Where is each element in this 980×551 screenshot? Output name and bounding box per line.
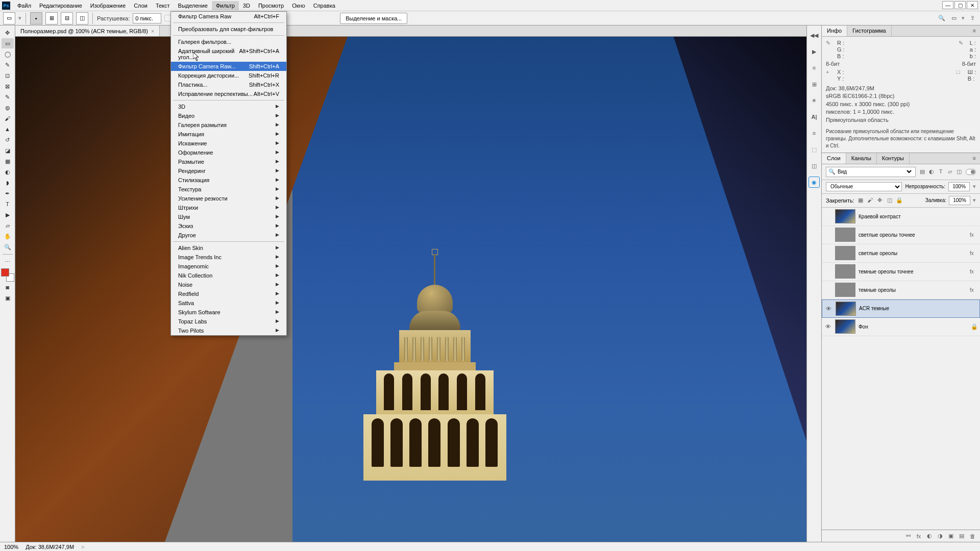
fx-icon[interactable]: fx	[970, 269, 978, 274]
menu-3d[interactable]: 3D	[239, 1, 254, 10]
layer-row[interactable]: темные ореолы точнееfx	[822, 263, 980, 281]
layer-mask-icon[interactable]: ◐	[926, 533, 933, 539]
eraser-tool[interactable]: ◪	[2, 145, 14, 156]
shape-tool[interactable]: ▱	[2, 220, 14, 231]
new-layer-icon[interactable]: ▤	[958, 533, 965, 539]
link-layers-icon[interactable]: ⚯	[904, 533, 912, 539]
crop-tool[interactable]: ⊡	[2, 70, 14, 81]
canvas[interactable]	[15, 37, 806, 542]
menu-item[interactable]: Шум▶	[171, 212, 286, 221]
healing-tool[interactable]: ◍	[2, 103, 14, 113]
visibility-icon[interactable]: 👁	[824, 323, 832, 330]
actions-panel-icon[interactable]: ≡	[808, 62, 820, 73]
panel-menu-icon[interactable]: ≡	[969, 153, 980, 164]
menu-окно[interactable]: Окно	[288, 1, 309, 10]
hand-tool[interactable]: ✋	[2, 231, 14, 241]
dock-expand-icon[interactable]: ◀◀	[808, 30, 820, 41]
select-and-mask-button[interactable]: Выделение и маска...	[340, 13, 407, 24]
libraries-panel-icon[interactable]: ◫	[808, 160, 820, 171]
lock-artboard-icon[interactable]: ◫	[886, 197, 893, 204]
marquee-add-icon[interactable]: ⊞	[45, 12, 58, 24]
lock-all-icon[interactable]: 🔒	[896, 197, 903, 204]
pen-tool[interactable]: ✒	[2, 188, 14, 198]
menu-item[interactable]: Штрихи▶	[171, 203, 286, 212]
brushes-panel-icon[interactable]: ⊞	[808, 79, 820, 90]
menu-изображение[interactable]: Изображение	[86, 1, 130, 10]
layer-filter-select[interactable]: 🔍 Вид	[826, 167, 916, 177]
lasso-tool[interactable]: ◯	[2, 49, 14, 59]
menu-item[interactable]: Imagenomic▶	[171, 262, 286, 271]
search-icon[interactable]: 🔍	[937, 14, 946, 23]
menu-item[interactable]: Преобразовать для смарт-фильтров	[171, 24, 286, 34]
menu-item[interactable]: Текстура▶	[171, 185, 286, 194]
quick-select-tool[interactable]: ✎	[2, 60, 14, 70]
menu-item[interactable]: Галерея размытия▶	[171, 120, 286, 130]
layer-row[interactable]: темные ореолыfx	[822, 281, 980, 299]
menu-item[interactable]: Другое▶	[171, 231, 286, 240]
lock-image-icon[interactable]: 🖌	[867, 197, 874, 204]
menu-item[interactable]: Two Pilots▶	[171, 326, 286, 335]
menu-item[interactable]: Имитация▶	[171, 130, 286, 139]
layer-row[interactable]: 👁Фон🔒	[822, 318, 980, 336]
workspace-icon[interactable]: ▭	[949, 14, 959, 23]
layer-name[interactable]: светлые ореолы точнее	[859, 232, 967, 238]
opacity-input[interactable]	[948, 182, 970, 191]
menu-просмотр[interactable]: Просмотр	[254, 1, 288, 10]
menu-item[interactable]: Redfield▶	[171, 289, 286, 298]
lock-position-icon[interactable]: ✥	[876, 197, 884, 204]
tool-preset-icon[interactable]: ▭	[3, 12, 15, 24]
delete-layer-icon[interactable]: 🗑	[969, 533, 976, 539]
panel-menu-icon[interactable]: ≡	[969, 26, 980, 36]
menu-item[interactable]: Галерея фильтров...	[171, 37, 286, 46]
marquee-tool[interactable]: ▭	[2, 38, 14, 48]
maximize-button[interactable]: ▢	[954, 1, 966, 9]
menu-редактирование[interactable]: Редактирование	[35, 1, 86, 10]
minimize-button[interactable]: —	[942, 1, 953, 9]
layer-thumbnail[interactable]	[836, 302, 856, 316]
tab-layers[interactable]: Слои	[822, 153, 846, 164]
fx-icon[interactable]: fx	[970, 287, 978, 293]
menu-item[interactable]: Noise▶	[171, 280, 286, 289]
menu-выделение[interactable]: Выделение	[174, 1, 212, 10]
layer-thumbnail[interactable]	[835, 283, 855, 297]
layer-thumbnail[interactable]	[835, 209, 855, 223]
type-tool[interactable]: T	[2, 199, 14, 209]
menu-item[interactable]: Sattva▶	[171, 298, 286, 308]
menu-item[interactable]: Искажение▶	[171, 139, 286, 148]
path-select-tool[interactable]: ▶	[2, 210, 14, 220]
close-tab-icon[interactable]: ×	[151, 28, 154, 34]
blend-mode-select[interactable]: Обычные	[826, 182, 902, 191]
lock-transparency-icon[interactable]: ▦	[857, 197, 864, 204]
move-tool[interactable]: ✥	[2, 28, 14, 38]
menu-item[interactable]: Видео▶	[171, 111, 286, 120]
history-panel-icon[interactable]: ▶	[808, 46, 820, 57]
share-icon[interactable]: ⇪	[968, 14, 977, 23]
adjustment-layer-icon[interactable]: ◑	[937, 533, 944, 539]
3d-panel-icon[interactable]: ⬚	[808, 144, 820, 155]
menu-item[interactable]: Стилизация▶	[171, 176, 286, 185]
character-panel-icon[interactable]: A|	[808, 111, 820, 122]
layer-filter-icons[interactable]: ▤◐T▱◫	[919, 168, 963, 175]
menu-item[interactable]: Пластика...Shift+Ctrl+X	[171, 80, 286, 89]
adjustments-panel-icon[interactable]: ☀	[808, 95, 820, 106]
paragraph-panel-icon[interactable]: ≡	[808, 128, 820, 139]
gradient-tool[interactable]: ▦	[2, 156, 14, 166]
brush-tool[interactable]: 🖌	[2, 113, 14, 123]
menu-item[interactable]: Оформление▶	[171, 148, 286, 157]
marquee-sub-icon[interactable]: ⊟	[61, 12, 73, 24]
layer-name[interactable]: Фон	[859, 324, 968, 330]
filter-toggle[interactable]	[966, 169, 976, 175]
clone-tool[interactable]: ▲	[2, 124, 14, 134]
menu-item[interactable]: Эскиз▶	[171, 221, 286, 231]
menu-item[interactable]: Alien Skin▶	[171, 243, 286, 253]
tab-paths[interactable]: Контуры	[877, 153, 910, 164]
layer-row[interactable]: Краевой контраст	[822, 208, 980, 226]
edit-toolbar[interactable]: ⋯	[2, 257, 14, 267]
layer-name[interactable]: темные ореолы точнее	[859, 269, 967, 274]
menu-item[interactable]: Рендеринг▶	[171, 166, 286, 176]
eyedropper-tool[interactable]: ✎	[2, 92, 14, 102]
menu-слои[interactable]: Слои	[130, 1, 152, 10]
menu-файл[interactable]: Файл	[13, 1, 35, 10]
menu-item[interactable]: Фильтр Camera Raw...Shift+Ctrl+A	[171, 62, 286, 71]
close-button[interactable]: ✕	[967, 1, 978, 9]
